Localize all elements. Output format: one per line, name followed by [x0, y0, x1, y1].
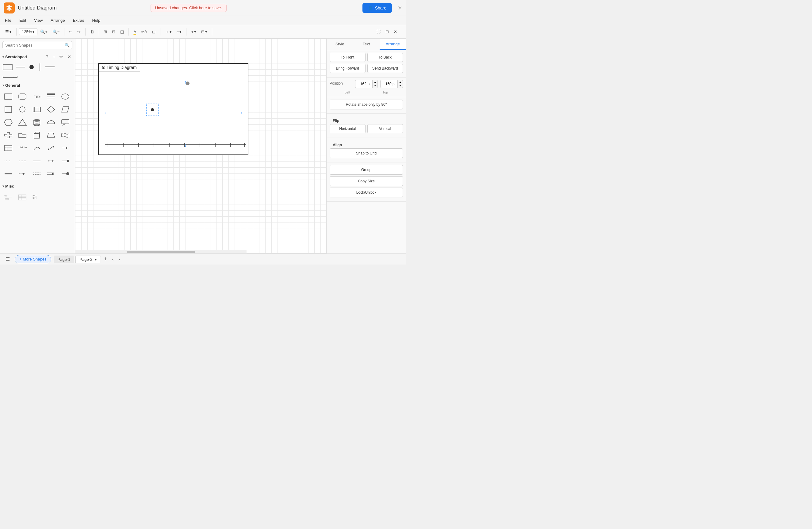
shape-rounded-rect[interactable] [17, 91, 28, 102]
scratchpad-ruler[interactable] [2, 74, 18, 79]
scratchpad-help-btn[interactable]: ? [45, 54, 50, 60]
shape-arrow-end[interactable] [59, 155, 71, 167]
scratchpad-double-line[interactable] [45, 64, 55, 71]
shape-ellipse[interactable] [59, 91, 71, 102]
page-view-btn[interactable]: ⊞ [102, 28, 109, 35]
line-color-btn[interactable]: ✏A [139, 28, 149, 35]
menu-view[interactable]: View [33, 17, 44, 23]
shape-thick-line[interactable] [2, 168, 14, 180]
fill-color-btn[interactable]: A [131, 28, 138, 35]
shape-double-arrow[interactable] [45, 155, 57, 167]
zoom-out-btn[interactable]: 🔍− [50, 28, 62, 35]
shape-heading[interactable] [45, 91, 57, 102]
snap-to-grid-btn[interactable]: Snap to Grid [330, 148, 403, 158]
shape-diagonal-arrows[interactable] [45, 142, 57, 154]
zoom-in-btn[interactable]: 🔍+ [38, 28, 50, 35]
timing-line[interactable] [188, 82, 188, 134]
more-shapes-btn[interactable]: + More Shapes [15, 255, 51, 263]
copy-size-btn[interactable]: Copy Size [330, 176, 403, 186]
shape-arrow-bar[interactable] [45, 168, 57, 180]
shape-dotted-line[interactable] [2, 155, 14, 167]
shape-arrow-right[interactable] [59, 142, 71, 154]
redo-btn[interactable]: ↪ [75, 28, 83, 35]
lock-unlock-btn[interactable]: Lock/Unlock [330, 188, 403, 197]
misc-title[interactable]: Title• Value 1• Value 2 [2, 192, 14, 203]
search-shapes-input[interactable] [5, 43, 65, 47]
shape-double-dash[interactable] [31, 168, 43, 180]
menu-extras[interactable]: Extras [72, 17, 86, 23]
pos-left-up-btn[interactable]: ▲ [373, 80, 377, 84]
shape-callout[interactable] [59, 116, 71, 128]
shape-square[interactable] [2, 104, 14, 115]
undo-btn[interactable]: ↩ [67, 28, 74, 35]
misc-table[interactable] [17, 192, 28, 203]
selected-shape[interactable] [146, 104, 159, 116]
to-front-btn[interactable]: To Front [330, 53, 365, 62]
pos-top-input[interactable] [380, 80, 397, 88]
shape-circle[interactable] [17, 104, 28, 115]
canvas-area[interactable]: td Timing Diagram [75, 39, 326, 253]
scratchpad-section-header[interactable]: ▾ Scratchpad ? + ✏ ✕ [0, 52, 75, 62]
shape-folder[interactable] [17, 129, 28, 141]
shape-text[interactable]: Text [31, 91, 43, 102]
share-button[interactable]: 👤 Share [362, 3, 392, 13]
scratchpad-dot[interactable] [28, 64, 35, 71]
misc-list[interactable]: Item 1Item 2Item 3 [31, 192, 42, 203]
scratchpad-line[interactable] [15, 64, 26, 71]
move-left-arrow[interactable]: ← [103, 110, 109, 116]
menu-arrange[interactable]: Arrange [49, 17, 66, 23]
horizontal-scrollbar[interactable] [75, 250, 247, 253]
scratchpad-vline[interactable] [38, 63, 42, 71]
rotate-shape-btn[interactable]: Rotate shape only by 90° [330, 100, 403, 109]
shape-table[interactable] [2, 142, 14, 154]
fit-page-btn[interactable]: ⊡ [383, 28, 391, 35]
scratchpad-edit-btn[interactable]: ✏ [58, 54, 64, 60]
misc-section-header[interactable]: ▾ Misc [0, 182, 75, 190]
fullscreen-btn[interactable]: ⛶ [374, 28, 383, 35]
shape-diamond[interactable] [45, 104, 57, 115]
shape-triangle[interactable] [17, 116, 28, 128]
move-right-arrow[interactable]: → [238, 110, 243, 116]
shape-cube[interactable] [31, 129, 43, 141]
menu-edit[interactable]: Edit [18, 17, 27, 23]
shape-arrow-circle[interactable] [59, 168, 71, 180]
shape-rect[interactable] [2, 91, 14, 102]
shape-trapezoid[interactable] [45, 129, 57, 141]
shape-hexagon[interactable] [2, 116, 14, 128]
flip-horizontal-btn[interactable]: Horizontal [330, 124, 365, 133]
shape-arrow-dash[interactable] [17, 168, 28, 180]
tab-arrange[interactable]: Arrange [380, 39, 406, 50]
shadow-btn[interactable]: ◻ [150, 28, 158, 35]
page-tab-1[interactable]: Page-1 [54, 255, 74, 263]
pos-left-input[interactable] [356, 80, 372, 88]
shape-list-item[interactable]: List Item [17, 142, 28, 154]
pos-top-up-btn[interactable]: ▲ [398, 80, 403, 84]
next-page-btn[interactable]: › [117, 256, 122, 262]
insert-btn[interactable]: + ▾ [189, 28, 199, 35]
settings-btn[interactable]: ✕ [392, 28, 399, 35]
shape-single-line[interactable] [31, 155, 43, 167]
waypoints-btn[interactable]: ⌐ ▾ [174, 28, 184, 35]
shape-cylinder[interactable] [31, 116, 43, 128]
to-back-btn[interactable]: To Back [367, 53, 403, 62]
tab-text[interactable]: Text [353, 39, 379, 50]
bring-forward-btn[interactable]: Bring Forward [330, 64, 365, 73]
search-icon[interactable]: 🔍 [65, 43, 70, 47]
shape-wave[interactable] [59, 129, 71, 141]
move-up-arrow[interactable]: ↑ [184, 79, 187, 86]
group-btn[interactable]: Group [330, 165, 403, 175]
shape-parallelogram[interactable] [59, 104, 71, 115]
flip-vertical-btn[interactable]: Vertical [367, 124, 403, 133]
tab-style[interactable]: Style [327, 39, 353, 50]
pos-top-down-btn[interactable]: ▼ [398, 84, 403, 88]
prev-page-btn[interactable]: ‹ [111, 256, 116, 262]
delete-btn[interactable]: 🗑 [88, 28, 96, 35]
add-page-btn[interactable]: + [102, 255, 109, 263]
page-tab-2[interactable]: Page-2 ▾ [75, 255, 101, 263]
menu-file[interactable]: File [4, 17, 13, 23]
menu-help[interactable]: Help [91, 17, 102, 23]
theme-toggle-icon[interactable]: ☀ [397, 4, 402, 11]
unsaved-notification[interactable]: Unsaved changes. Click here to save. [150, 4, 227, 12]
diagram-container[interactable]: td Timing Diagram [98, 63, 248, 155]
connection-style-btn[interactable]: → ▾ [163, 28, 174, 35]
